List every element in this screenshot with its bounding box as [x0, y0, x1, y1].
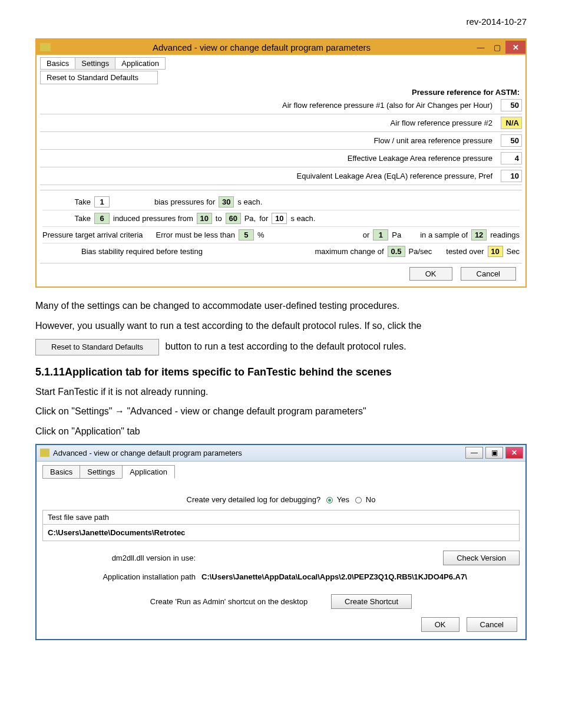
tested-input[interactable]: 10 — [488, 246, 503, 257]
header-revision: rev-2014-10-27 — [35, 17, 527, 27]
window-title: Advanced - view or change default progra… — [51, 42, 472, 52]
max-input[interactable]: 0.5 — [388, 246, 405, 257]
induced-row: Take 6 induced pressures from 10 to 60 P… — [42, 210, 520, 227]
cancel-button[interactable]: Cancel — [467, 617, 517, 632]
paragraph: However, you usually want to run a test … — [35, 319, 527, 332]
press-val[interactable]: 50 — [501, 99, 522, 111]
reset-defaults-inline-button[interactable]: Reset to Standard Defaults — [35, 339, 159, 355]
paragraph: Reset to Standard Defaults button to run… — [35, 339, 527, 355]
tab-application[interactable]: Application — [115, 57, 166, 70]
take-label: Take — [42, 214, 91, 223]
tab-settings[interactable]: Settings — [75, 57, 115, 70]
for-input[interactable]: 10 — [272, 213, 287, 224]
pressure-header: Pressure reference for ASTM: — [40, 88, 522, 97]
app-icon — [40, 449, 49, 457]
tab-strip: Basics Settings Application — [42, 465, 520, 479]
config-block: Take 1 bias pressures for 30 s each. Tak… — [40, 190, 522, 263]
readings-label: readings — [490, 230, 520, 239]
or-input[interactable]: 1 — [373, 229, 388, 241]
paragraph: Start FanTestic if it is not already run… — [35, 386, 527, 398]
minimize-button[interactable]: — — [472, 41, 489, 54]
testfile-header: Test file save path — [43, 510, 519, 525]
titlebar: Advanced - view or change default progra… — [37, 39, 525, 55]
paragraph-tail: button to run a test according to the de… — [166, 341, 406, 351]
sample-input[interactable]: 12 — [471, 229, 487, 241]
application-window: Advanced - view or change default progra… — [35, 444, 527, 640]
from-input[interactable]: 10 — [197, 213, 212, 224]
reset-defaults-button[interactable]: Reset to Standard Defaults — [40, 71, 158, 84]
pct-label: % — [257, 230, 265, 239]
press-label: Flow / unit area reference pressure — [40, 136, 496, 145]
arrow-icon: → — [115, 406, 124, 416]
window-controls: — ▢ ✕ — [472, 41, 525, 54]
take-count-input[interactable]: 6 — [94, 213, 110, 224]
dialog-buttons: OK Cancel — [42, 612, 520, 633]
no-label: No — [366, 495, 376, 504]
to-input[interactable]: 60 — [226, 213, 241, 224]
tab-basics[interactable]: Basics — [40, 57, 75, 70]
radio-no[interactable] — [355, 497, 362, 503]
yes-label: Yes — [337, 495, 349, 504]
criteria-head: Pressure target arrival criteria — [42, 230, 143, 239]
tab-basics[interactable]: Basics — [42, 465, 80, 479]
ok-button[interactable]: OK — [409, 267, 452, 281]
tab-application[interactable]: Application — [122, 465, 175, 479]
minimize-button[interactable]: — — [465, 447, 483, 459]
press-label: Equivalent Leakage Area (EqLA) reference… — [40, 172, 496, 180]
dialog-buttons: OK Cancel — [40, 263, 522, 284]
window-controls: — ▣ ✕ — [465, 447, 525, 459]
testfile-value[interactable]: C:\Users\Janette\Documents\Retrotec — [43, 525, 519, 541]
section-heading: 5.1.11Application tab for items specific… — [35, 366, 527, 378]
bias-row: Take 1 bias pressures for 30 s each. — [42, 194, 520, 210]
text: "Advanced - view or change default progr… — [124, 406, 366, 416]
bias-stability-head: Bias stability required before testing — [81, 247, 203, 256]
sample-label: in a sample of — [420, 230, 468, 239]
window-body: Basics Settings Application Reset to Sta… — [37, 55, 525, 286]
cancel-button[interactable]: Cancel — [461, 267, 516, 281]
section-number: 5.1.11 — [35, 366, 65, 378]
or-label: or — [363, 230, 370, 239]
app-icon — [40, 43, 51, 51]
press-val[interactable]: N/A — [501, 117, 522, 129]
shortcut-label: Create 'Run as Admin' shortcut on the de… — [150, 597, 308, 606]
window-title: Advanced - view or change default progra… — [53, 449, 465, 457]
press-label: Air flow reference pressure #1 (also for… — [40, 101, 496, 110]
maximize-button[interactable]: ▢ — [489, 41, 505, 54]
ok-button[interactable]: OK — [421, 617, 459, 632]
titlebar: Advanced - view or change default progra… — [37, 445, 525, 462]
maximize-button[interactable]: ▣ — [485, 447, 503, 459]
section-title: Application tab for items specific to Fa… — [65, 366, 392, 378]
tab-settings[interactable]: Settings — [80, 465, 123, 479]
close-button[interactable]: ✕ — [505, 447, 523, 459]
sec-label: Sec — [507, 247, 520, 256]
check-version-button[interactable]: Check Version — [443, 551, 520, 565]
create-shortcut-button[interactable]: Create Shortcut — [331, 594, 412, 609]
debug-label: Create very detailed log for debugging? — [187, 495, 321, 504]
pasec-label: Pa/sec — [409, 247, 432, 256]
paragraph: Many of the settings can be changed to a… — [35, 299, 527, 312]
stability-row: Bias stability required before testing m… — [42, 243, 520, 259]
error-input[interactable]: 5 — [239, 229, 254, 241]
window-body: Basics Settings Application Create very … — [37, 462, 525, 639]
press-val[interactable]: 10 — [501, 170, 522, 182]
close-button[interactable]: ✕ — [505, 41, 525, 54]
bias-seconds-input[interactable]: 30 — [219, 196, 234, 207]
dll-label: dm2dll.dll version in use: — [42, 554, 196, 562]
max-label: maximum change of — [315, 247, 384, 256]
tab-strip: Basics Settings Application — [40, 57, 522, 70]
take-count-input[interactable]: 1 — [94, 196, 110, 207]
pa-label: Pa, — [244, 214, 256, 223]
press-label: Effective Leakage Area reference pressur… — [40, 154, 496, 163]
text: Click on "Settings" — [35, 406, 115, 416]
press-val[interactable]: 50 — [501, 134, 522, 147]
paragraph: Click on "Settings" → "Advanced - view o… — [35, 405, 527, 418]
for-label: for — [259, 214, 268, 223]
radio-yes[interactable] — [326, 497, 333, 503]
press-val[interactable]: 4 — [501, 152, 522, 164]
pa-label: Pa — [392, 230, 401, 239]
take-label: Take — [42, 197, 91, 206]
press-label: Air flow reference pressure #2 — [40, 118, 496, 127]
install-label: Application installation path — [42, 572, 196, 581]
shortcut-row: Create 'Run as Admin' shortcut on the de… — [42, 585, 520, 612]
settings-window: Advanced - view or change default progra… — [35, 38, 527, 288]
